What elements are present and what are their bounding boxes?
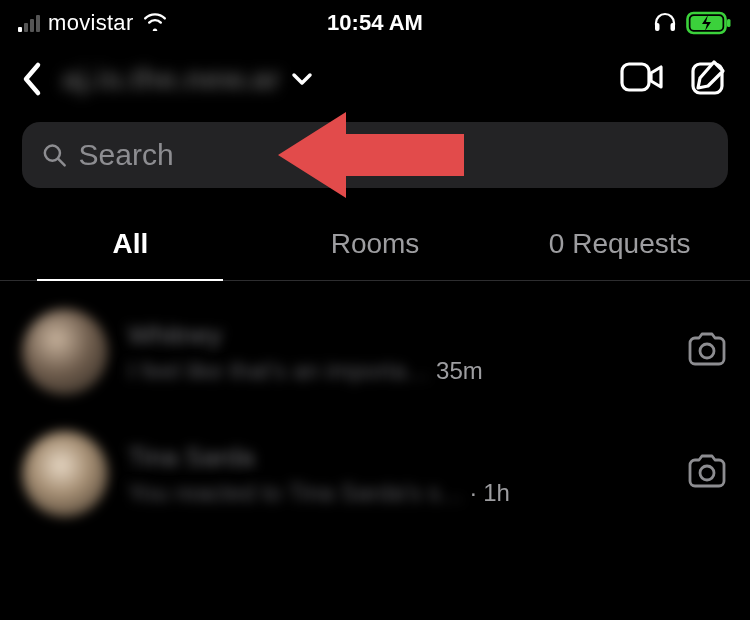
avatar — [22, 309, 108, 395]
clock-label: 10:54 AM — [327, 10, 423, 36]
headphones-icon — [652, 10, 678, 36]
conversation-preview: I feel like that's an importa… — [128, 357, 430, 385]
svg-rect-5 — [622, 64, 649, 90]
tab-rooms[interactable]: Rooms — [253, 216, 498, 280]
account-name: aj.is.the.new.ar — [62, 62, 281, 96]
compose-button[interactable] — [690, 58, 730, 100]
dm-tabs: All Rooms 0 Requests — [0, 216, 750, 281]
conversation-time: · 1h — [470, 479, 510, 507]
video-icon — [620, 61, 664, 93]
svg-point-10 — [700, 344, 714, 358]
svg-point-11 — [700, 466, 714, 480]
search-input[interactable] — [79, 138, 708, 172]
avatar — [22, 431, 108, 517]
camera-icon — [686, 454, 728, 490]
compose-icon — [690, 58, 730, 96]
conversation-row[interactable]: Whitney I feel like that's an importa… 3… — [0, 291, 750, 413]
chevron-left-icon — [20, 61, 42, 97]
tab-all[interactable]: All — [8, 216, 253, 280]
status-left: movistar — [18, 10, 168, 36]
camera-icon — [686, 332, 728, 368]
conversation-row[interactable]: Tina Sarda You reacted to Tina Sarda's s… — [0, 413, 750, 535]
camera-button[interactable] — [686, 454, 728, 494]
svg-rect-4 — [727, 19, 731, 27]
conversation-name: Whitney — [128, 320, 658, 351]
video-call-button[interactable] — [620, 61, 664, 97]
carrier-label: movistar — [48, 10, 134, 36]
svg-rect-1 — [671, 23, 676, 31]
battery-charging-icon — [686, 11, 732, 35]
svg-line-8 — [58, 159, 64, 165]
conversation-preview: You reacted to Tina Sarda's s… — [128, 479, 464, 507]
wifi-icon — [142, 11, 168, 35]
conversation-time: 35m — [436, 357, 483, 385]
tab-requests[interactable]: 0 Requests — [497, 216, 742, 280]
account-switcher[interactable]: aj.is.the.new.ar — [62, 62, 313, 96]
back-button[interactable] — [20, 61, 56, 97]
camera-button[interactable] — [686, 332, 728, 372]
dm-header: aj.is.the.new.ar — [0, 44, 750, 122]
status-bar: movistar 10:54 AM — [0, 0, 750, 44]
conversation-list: Whitney I feel like that's an importa… 3… — [0, 281, 750, 535]
search-bar[interactable] — [22, 122, 728, 188]
cell-signal-icon — [18, 14, 40, 32]
chevron-down-icon — [291, 70, 313, 88]
status-right — [652, 10, 732, 36]
svg-rect-0 — [655, 23, 660, 31]
conversation-name: Tina Sarda — [128, 442, 658, 473]
search-icon — [42, 142, 67, 168]
